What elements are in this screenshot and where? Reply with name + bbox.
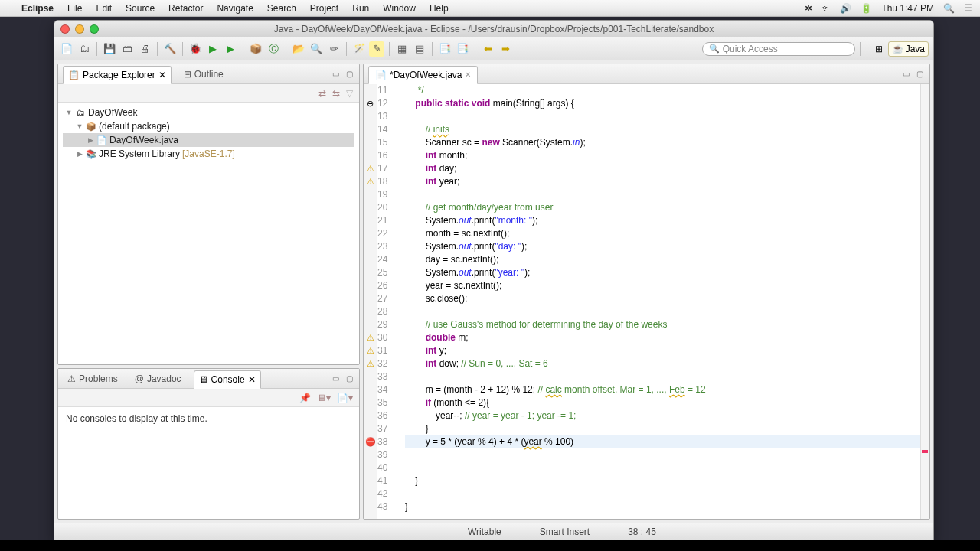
javadoc-tab[interactable]: @ Javadoc	[130, 370, 186, 387]
open-type-icon[interactable]: 📂	[291, 41, 306, 57]
minimize-icon[interactable]	[75, 24, 84, 34]
nav-dropdown-icon[interactable]: 📑	[437, 41, 452, 57]
spotlight-icon[interactable]: 🔍	[943, 3, 955, 14]
menu-icon[interactable]: ☰	[964, 3, 972, 14]
menu-file[interactable]: File	[67, 3, 82, 14]
editor-panel: 📄 *DayOfWeek.java ✕ ▭▢ ⊖⚠⚠⚠⚠⚠⛔ 111213141…	[363, 64, 930, 520]
link-editor-icon[interactable]: ⇆	[332, 88, 340, 99]
new-console-icon[interactable]: 📄▾	[337, 393, 353, 403]
collapse-all-icon[interactable]: ⇄	[318, 88, 326, 99]
save-all-icon[interactable]: 🗃	[119, 41, 135, 57]
minimize-view-icon[interactable]: ▭	[330, 373, 341, 384]
menu-help[interactable]: Help	[430, 3, 449, 14]
mac-menubar: Eclipse File Edit Source Refactor Naviga…	[0, 0, 980, 17]
package-explorer-tab[interactable]: 📋 Package Explorer ✕	[63, 66, 172, 84]
menu-edit[interactable]: Edit	[96, 3, 112, 14]
menu-refactor[interactable]: Refactor	[168, 3, 203, 14]
status-location: 38 : 45	[628, 527, 656, 537]
run-last-icon[interactable]: ▶	[223, 41, 238, 57]
maximize-view-icon[interactable]: ▢	[344, 69, 354, 80]
menu-search[interactable]: Search	[267, 3, 296, 14]
console-panel: ⚠ Problems @ Javadoc 🖥 Console ✕ ▭▢ 📌 🖥▾…	[57, 368, 360, 520]
maximize-editor-icon[interactable]: ▢	[914, 69, 925, 80]
menu-project[interactable]: Project	[310, 3, 338, 14]
new-class-icon[interactable]: Ⓒ	[266, 41, 281, 57]
display-console-icon[interactable]: 🖥▾	[317, 393, 331, 403]
print-icon[interactable]: 🖨	[137, 41, 152, 57]
titlebar[interactable]: Java - DayOfWeek/DayOfWeek.java - Eclips…	[54, 21, 933, 37]
menu-source[interactable]: Source	[126, 3, 155, 14]
battery-icon[interactable]: 🔋	[861, 3, 872, 14]
library-node[interactable]: ▶📚JRE System Library [JavaSE-1.7]	[63, 147, 354, 161]
build-icon[interactable]: 🔨	[162, 41, 178, 57]
toggle-breadcrumb-icon[interactable]: ▦	[394, 41, 410, 57]
menu-window[interactable]: Window	[383, 3, 416, 14]
statusbar: Writable Smart Insert 38 : 45	[54, 523, 933, 540]
minimize-view-icon[interactable]: ▭	[330, 69, 341, 80]
zoom-icon[interactable]	[90, 24, 99, 34]
back-icon[interactable]: ⬅	[480, 41, 495, 57]
open-perspective-icon[interactable]: ⊞	[871, 41, 887, 57]
java-perspective-button[interactable]: ☕ Java	[888, 41, 929, 57]
overview-error-marker[interactable]	[922, 450, 928, 453]
eclipse-window: Java - DayOfWeek/DayOfWeek.java - Eclips…	[54, 20, 934, 540]
volume-icon[interactable]: 🔊	[840, 3, 851, 14]
app-name[interactable]: Eclipse	[21, 3, 54, 14]
menu-run[interactable]: Run	[352, 3, 369, 14]
close-tab-icon[interactable]: ✕	[465, 70, 471, 79]
pin-console-icon[interactable]: 📌	[299, 393, 311, 403]
outline-tab[interactable]: ⊟ Outline	[179, 66, 228, 83]
run-icon[interactable]: ▶	[205, 41, 220, 57]
main-toolbar: 📄 🗂 💾 🗃 🖨 🔨 🐞 ▶ ▶ 📦 Ⓒ 📂 🔍 ✏ 🪄 ✎ ▦ ▤ 📑 📑 …	[54, 37, 933, 60]
wand-icon[interactable]: 🪄	[351, 41, 367, 57]
status-insert: Smart Insert	[540, 527, 590, 537]
problems-tab[interactable]: ⚠ Problems	[63, 370, 122, 387]
quick-access-input[interactable]: 🔍 Quick Access	[702, 42, 855, 56]
editor-tab[interactable]: 📄 *DayOfWeek.java ✕	[368, 66, 478, 84]
code-editor[interactable]: ⊖⚠⚠⚠⚠⚠⛔ 11121314151617181920212223242526…	[364, 84, 929, 519]
view-menu-icon[interactable]: ▽	[346, 88, 353, 99]
console-tab[interactable]: 🖥 Console ✕	[194, 370, 261, 389]
clock[interactable]: Thu 1:47 PM	[881, 3, 934, 14]
file-node[interactable]: ▶📄DayOfWeek.java	[63, 133, 354, 147]
save-icon[interactable]: 💾	[102, 41, 117, 57]
tray-icon[interactable]: ✲	[805, 3, 812, 14]
minimize-editor-icon[interactable]: ▭	[900, 69, 911, 80]
search-icon[interactable]: 🔍	[309, 41, 324, 57]
package-explorer-panel: 📋 Package Explorer ✕ ⊟ Outline ▭▢ ⇄ ⇆ ▽ …	[57, 64, 360, 365]
menu-navigate[interactable]: Navigate	[217, 3, 253, 14]
wifi-icon[interactable]: ᯤ	[822, 3, 831, 14]
forward-icon[interactable]: ➡	[498, 41, 513, 57]
nav2-icon[interactable]: 📑	[455, 41, 470, 57]
system-tray: ✲ ᯤ 🔊 🔋 Thu 1:47 PM 🔍 ☰	[805, 3, 972, 14]
new-project-icon[interactable]: 🗂	[77, 41, 92, 57]
window-title: Java - DayOfWeek/DayOfWeek.java - Eclips…	[54, 24, 933, 34]
status-writable: Writable	[468, 527, 501, 537]
debug-icon[interactable]: 🐞	[188, 41, 203, 57]
highlight-icon[interactable]: ✎	[369, 41, 384, 57]
console-output: No consoles to display at this time.	[58, 407, 359, 430]
new-package-icon[interactable]: 📦	[248, 41, 263, 57]
toggle-mark-icon[interactable]: ▤	[412, 41, 427, 57]
maximize-view-icon[interactable]: ▢	[344, 373, 354, 384]
annotation-icon[interactable]: ✏	[326, 41, 341, 57]
close-icon[interactable]	[60, 24, 70, 34]
new-icon[interactable]: 📄	[59, 41, 74, 57]
project-node[interactable]: ▼🗂DayOfWeek	[63, 106, 354, 119]
package-node[interactable]: ▼📦(default package)	[63, 119, 354, 133]
project-tree: ▼🗂DayOfWeek ▼📦(default package) ▶📄DayOfW…	[58, 103, 359, 164]
